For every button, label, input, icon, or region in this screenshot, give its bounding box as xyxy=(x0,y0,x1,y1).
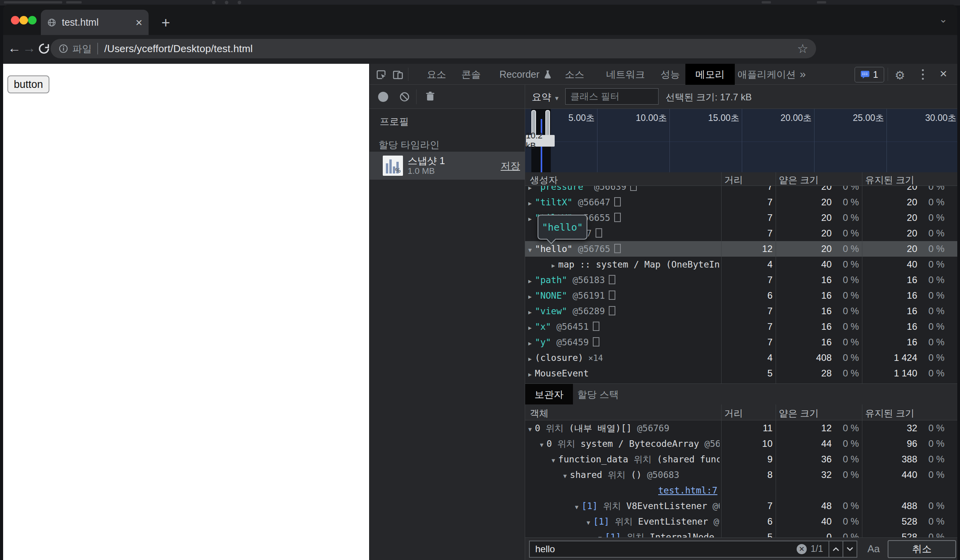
collapsed-triangle-icon[interactable]: ▶ xyxy=(528,309,532,316)
site-info-icon[interactable] xyxy=(58,44,68,54)
retainer-row[interactable]: test.html:7 xyxy=(525,483,957,498)
collapsed-triangle-icon[interactable]: ▶ xyxy=(528,355,532,362)
search-box[interactable]: ✕ 1/1 xyxy=(529,541,857,558)
collapsed-triangle-icon[interactable]: ▶ xyxy=(528,186,532,191)
next-match-chevron-down-icon[interactable] xyxy=(843,541,857,557)
save-snapshot-link[interactable]: 저장 xyxy=(501,159,520,172)
heap-constructor-row[interactable]: ▶"tiltY" @566557200 %200 % xyxy=(525,210,957,226)
panel-divider[interactable] xyxy=(525,85,525,560)
retainer-row[interactable]: ▼[1] 위치 EventListener @6536400 %5280 % xyxy=(525,514,957,529)
tab-search-chevron-icon[interactable]: ⌄ xyxy=(939,13,948,25)
col-distance[interactable]: 거리 xyxy=(724,407,743,420)
col-retained-size[interactable]: 유지된 크기 xyxy=(865,174,914,186)
match-case-button[interactable]: Aa xyxy=(867,543,880,555)
retainer-row[interactable]: ▼shared 위치 () @506838320 %4400 % xyxy=(525,467,957,483)
class-filter-input[interactable] xyxy=(565,88,659,105)
devtools-menu-icon[interactable] xyxy=(922,69,924,80)
heap-constructor-row[interactable]: ▶"pressure" @566397200 %200 % xyxy=(525,186,957,194)
collapsed-triangle-icon[interactable]: ▶ xyxy=(528,371,532,378)
column-divider[interactable] xyxy=(776,404,776,560)
reload-button[interactable] xyxy=(37,42,51,55)
heap-constructor-row[interactable]: @566877200 %200 % xyxy=(525,226,957,241)
column-divider[interactable] xyxy=(776,172,776,383)
collapsed-triangle-icon[interactable]: ▶ xyxy=(528,200,532,207)
collapsed-triangle-icon[interactable]: ▶ xyxy=(528,293,532,300)
more-tabs-icon[interactable]: » xyxy=(800,64,806,85)
collapsed-triangle-icon[interactable]: ▶ xyxy=(528,215,532,222)
heap-constructor-row[interactable]: ▶"tiltX" @566477200 %200 % xyxy=(525,194,957,210)
tab-console[interactable]: 콘솔 xyxy=(461,64,481,85)
devtools-close-icon[interactable]: × xyxy=(940,66,947,81)
column-divider[interactable] xyxy=(862,404,862,560)
tab-retainers[interactable]: 보관자 xyxy=(525,384,573,405)
page-button[interactable]: button xyxy=(7,75,49,93)
collapsed-triangle-icon[interactable]: ▶ xyxy=(528,340,532,347)
tab-allocation-stack[interactable]: 할당 스택 xyxy=(568,384,628,405)
tab-application[interactable]: 애플리케이션 xyxy=(738,64,796,85)
expanded-triangle-icon[interactable]: ▼ xyxy=(563,472,567,480)
heap-constructor-row[interactable]: ▶"y" @564597160 %160 % xyxy=(525,334,957,350)
search-input[interactable] xyxy=(530,544,797,555)
expanded-triangle-icon[interactable]: ▼ xyxy=(540,441,543,448)
forward-button[interactable]: → xyxy=(23,40,36,56)
collapsed-triangle-icon[interactable]: ▶ xyxy=(528,324,532,331)
col-constructor[interactable]: 생성자 xyxy=(530,174,558,186)
device-toolbar-icon[interactable] xyxy=(392,69,404,80)
heap-constructor-row[interactable]: ▶"NONE" @561916160 %160 % xyxy=(525,288,957,303)
clear-icon[interactable] xyxy=(399,91,410,102)
inspect-element-icon[interactable] xyxy=(376,69,387,80)
close-window-button[interactable] xyxy=(11,16,19,24)
back-button[interactable]: ← xyxy=(8,40,21,56)
expanded-triangle-icon[interactable]: ▼ xyxy=(528,247,532,254)
heap-constructor-row[interactable]: ▶"x" @564517160 %160 % xyxy=(525,319,957,334)
column-divider[interactable] xyxy=(721,172,722,383)
tab-close-icon[interactable]: × xyxy=(135,17,142,28)
snapshot-item[interactable]: % 스냅샷 1 1.0 MB 저장 xyxy=(370,152,525,180)
allocation-timeline-chart[interactable]: 5.00초10.00초15.00초20.00초25.00초30.00초 10.2… xyxy=(525,109,957,172)
retainer-row[interactable]: ▼function_data 위치 (shared functio9360 %3… xyxy=(525,452,957,467)
devtools-settings-gear-icon[interactable]: ⚙ xyxy=(895,68,905,82)
source-location-link[interactable]: test.html:7 xyxy=(658,485,717,495)
heap-constructor-row[interactable]: ▼"hello" @5676512200 %200 % xyxy=(525,241,957,257)
col-distance[interactable]: 거리 xyxy=(724,174,743,186)
retainer-row[interactable]: ▼0 위치 (내부 배열)[] @5676911120 %320 % xyxy=(525,420,957,436)
tab-sources[interactable]: 소스 xyxy=(565,64,584,85)
clear-search-icon[interactable]: ✕ xyxy=(797,544,807,554)
delete-profile-trash-icon[interactable] xyxy=(425,91,436,102)
expanded-triangle-icon[interactable]: ▼ xyxy=(528,426,532,433)
expanded-triangle-icon[interactable]: ▼ xyxy=(575,504,578,511)
heap-constructor-row[interactable]: ▶(closure) ×1444080 %1 4240 % xyxy=(525,350,957,366)
tab-performance[interactable]: 성능 xyxy=(660,64,680,85)
heap-constructor-row[interactable]: ▶"path" @561837160 %160 % xyxy=(525,272,957,288)
tab-network[interactable]: 네트워크 xyxy=(606,64,645,85)
tab-recorder[interactable]: Recorder xyxy=(499,64,540,85)
cancel-search-button[interactable]: 취소 xyxy=(888,540,956,558)
column-divider[interactable] xyxy=(862,172,862,383)
address-bar[interactable]: 파일 /Users/yceffort/Desktop/test.html ☆ xyxy=(51,39,816,58)
tab-elements[interactable]: 요소 xyxy=(427,64,446,85)
retainer-row[interactable]: ▼[1] 위치 V8EventListener @6537480 %4880 % xyxy=(525,498,957,514)
col-shallow-size[interactable]: 얕은 크기 xyxy=(779,407,819,420)
col-object[interactable]: 객체 xyxy=(530,407,548,420)
col-shallow-size[interactable]: 얕은 크기 xyxy=(779,174,819,186)
bookmark-star-icon[interactable]: ☆ xyxy=(797,41,808,56)
heap-constructor-row[interactable]: ▶map :: system / Map (OneByteInte4400 %4… xyxy=(525,257,957,272)
record-heap-icon[interactable] xyxy=(378,92,388,102)
collapsed-triangle-icon[interactable]: ▶ xyxy=(552,262,555,269)
heap-constructor-row[interactable]: ▶MouseEvent5280 %1 1400 % xyxy=(525,366,957,381)
heap-constructor-row[interactable]: ▶"view" @562897160 %160 % xyxy=(525,303,957,319)
issues-badge[interactable]: 1 xyxy=(855,67,884,82)
expanded-triangle-icon[interactable]: ▼ xyxy=(587,519,590,526)
expanded-triangle-icon[interactable]: ▼ xyxy=(552,457,555,464)
tab-memory[interactable]: 메모리 xyxy=(685,64,735,85)
collapsed-triangle-icon[interactable]: ▶ xyxy=(528,278,532,285)
url-text[interactable]: /Users/yceffort/Desktop/test.html xyxy=(104,43,797,55)
col-retained-size[interactable]: 유지된 크기 xyxy=(865,407,914,420)
minimize-window-button[interactable] xyxy=(19,16,28,24)
zoom-window-button[interactable] xyxy=(28,16,37,24)
perspective-select[interactable]: 요약 ▼ xyxy=(532,91,560,103)
browser-tab[interactable]: test.html × xyxy=(41,10,149,35)
column-divider[interactable] xyxy=(721,404,722,560)
previous-match-chevron-up-icon[interactable] xyxy=(829,541,843,557)
new-tab-button[interactable]: + xyxy=(157,14,174,31)
